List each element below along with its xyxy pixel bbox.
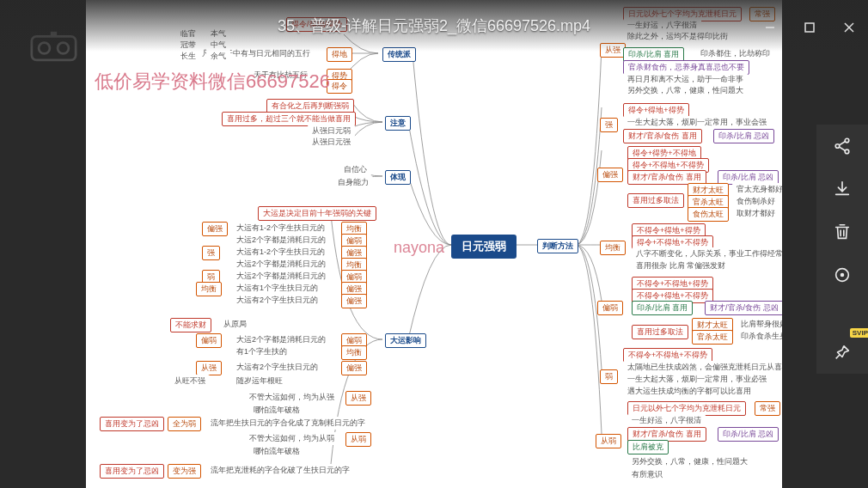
trad-sub-2v: 余气 [206, 50, 230, 63]
dy-b4-head: 哪怕流年破格 [249, 404, 304, 417]
method-hub: 判断方法 [537, 239, 578, 253]
dy-g8-tag: 偏弱 [196, 333, 222, 348]
r-pr-s1: 官杀太旺 [692, 330, 733, 345]
center-node: 日元强弱 [451, 235, 517, 259]
r-pq-s1r: 食伤制杀好 [732, 195, 779, 208]
r-q-tag: 强 [600, 118, 618, 132]
dy-b5-pre: 喜用变为了忌凶 [100, 464, 164, 479]
minimize-button[interactable] [760, 17, 780, 38]
r-cq-6: 另外交换，八常，健康，性问题大 [623, 84, 748, 97]
target-icon [833, 265, 852, 284]
svg-point-14 [840, 273, 845, 278]
dy-g2-l: 大运有1-2个字生扶日元的 [232, 246, 329, 259]
dayun-title: 大运是决定目前十年强弱的关键 [258, 206, 376, 221]
dy-g7-tag: 不能求财 [170, 318, 211, 332]
hub-dayun: 大运影响 [385, 333, 426, 348]
dy-b2-tag: 全为弱 [168, 417, 201, 431]
dy-g5-l: 大运有1个字生扶日元的 [232, 282, 322, 295]
dy-b2-pre: 喜用变为了忌凶 [100, 417, 164, 431]
side-toolbar: SVIP [816, 125, 868, 374]
r-pq-tag: 偏强 [597, 168, 623, 182]
dy-b3-head: 不管大运如何，均为从弱 [245, 432, 339, 445]
dy-g3-l: 大运2个字都是消耗日元的 [232, 258, 330, 271]
dy-g5-tag: 均衡 [196, 282, 222, 296]
r-pq-s2: 食伤太旺 [688, 207, 729, 222]
dy-g10-l: 大运有2个字生扶日元的 [232, 361, 322, 374]
r-r-1: 太隔地已生扶成凶煞，会偏强克泄耗日元从喜 [623, 361, 782, 374]
attn-3: 从强日元强 [308, 136, 355, 149]
r-cr-1: 一生好运，八字很清 [627, 414, 706, 427]
dy-b1-tag: 从强 [345, 391, 371, 406]
dy-g2-tag: 强 [202, 246, 220, 260]
watermark-center: nayona [394, 239, 444, 257]
share-button[interactable] [816, 125, 868, 168]
r-pr-2: 印杀/比肩 喜用 [632, 301, 693, 315]
video-title: 35、普级-详解日元强弱2_微信66697526.mp4 [278, 15, 590, 36]
dy-g6-res: 偏强 [341, 294, 367, 308]
r-pr-2r: 财才/官杀/食伤 忌凶 [705, 301, 782, 315]
r-q-2r: 印杀/比肩 忌凶 [713, 129, 774, 143]
trad-sub-2k: 长生 [176, 50, 200, 63]
r-pr-tag: 偏弱 [597, 301, 623, 315]
dy-b5-head: 流年把克泄耗的字合化破了生扶日元的字 [206, 464, 354, 477]
r-cr-3: 比肩被克 [627, 440, 669, 454]
r-jh-2: 八字不断变化，人际关系，事业工作得经常变 [632, 247, 782, 260]
r-cr-4: 另外交换，八常，健康，性问题大 [627, 455, 752, 468]
r-pq-s2r: 取财才都好 [732, 207, 779, 220]
dy-g4-l: 大运2个字都是消耗日元的 [232, 270, 330, 283]
pin-button[interactable]: SVIP [816, 331, 868, 374]
dy-g8-l: 大运2个字都是消耗日元的 [232, 333, 330, 346]
download-icon [833, 180, 852, 198]
r-q-1: 一生大起大落，烦刷一定常用，事业会强 [623, 116, 771, 129]
dy-g11-tag: 从旺不强 [170, 375, 210, 387]
download-button[interactable] [816, 168, 868, 210]
r-cr-2r: 印杀/比肩 忌凶 [718, 427, 779, 442]
pin-icon [833, 343, 852, 362]
r-jh-tag: 均衡 [600, 241, 626, 255]
r-r-3: 遇大运生扶成均衡的字都可以比喜用 [623, 385, 755, 398]
delete-button[interactable] [816, 210, 868, 253]
dy-g11-l: 随岁运年根旺 [232, 375, 287, 387]
svg-rect-5 [805, 23, 814, 32]
dy-g0-tag: 偏强 [202, 222, 228, 236]
trad-item-2: 得令 [327, 79, 352, 94]
close-button[interactable] [839, 17, 859, 38]
r-pr-sh: 喜用过多取法 [632, 325, 688, 339]
svg-line-11 [839, 142, 845, 146]
dy-b4b-head: 哪怕流年破格 [249, 445, 304, 458]
r-q-2: 财才/官杀/食伤 喜用 [623, 129, 702, 143]
trash-icon [833, 223, 852, 241]
r-r-tag: 弱 [600, 369, 618, 384]
r-pr-s1r: 印杀食杀生身 [737, 330, 782, 343]
title-bar: 35、普级-详解日元强弱2_微信66697526.mp4 [0, 0, 868, 52]
share-icon [833, 137, 852, 156]
dy-g10-tag: 从强 [196, 361, 222, 375]
dy-g0-l: 大运有1-2个字生扶日元的 [232, 222, 329, 235]
r-cr-0r: 常强 [755, 401, 780, 416]
hub-tixian: 体现 [385, 170, 411, 185]
r-pq-sh: 喜用过多取法 [627, 193, 684, 208]
svg-line-12 [839, 147, 845, 151]
svip-badge: SVIP [850, 328, 868, 338]
hub-attention: 注意 [385, 116, 411, 131]
r-cr-5: 有所意识 [627, 468, 667, 481]
dy-b3-tag: 从弱 [345, 432, 371, 447]
r-jh-3: 喜用很杂 比肩 常偏强发财 [632, 259, 730, 272]
dy-b1-head: 不管大运如何，均为从强 [245, 391, 339, 404]
dy-g6-l: 大运有2个字生扶日元的 [232, 294, 322, 307]
dy-g7-l: 从原局 [219, 318, 251, 331]
dy-b2-head: 流年把生扶日元的字合化成了克制耗日元的字 [206, 417, 370, 430]
video-content: 低价易学资料微信66697526 nayona [86, 0, 782, 488]
target-button[interactable] [816, 253, 868, 296]
window-controls [760, 17, 859, 38]
tix-0: 自信心 [339, 163, 371, 176]
dy-g1-l: 大运2个字都是消耗日元的 [232, 234, 330, 247]
r-pq-s0r: 官太充身都好 [732, 183, 782, 196]
dy-g9-l: 有1个字生扶的 [232, 345, 291, 358]
dy-g9-res: 均衡 [341, 345, 367, 360]
maximize-button[interactable] [799, 17, 820, 38]
r-r-2: 一生大起大落，烦刷一定常用，事业必强 [623, 373, 771, 386]
r-pr-s0r: 比肩帮身很好 [737, 318, 782, 331]
dy-b5-tag: 变为强 [168, 464, 201, 479]
r-cr-tag: 从弱 [596, 434, 621, 448]
